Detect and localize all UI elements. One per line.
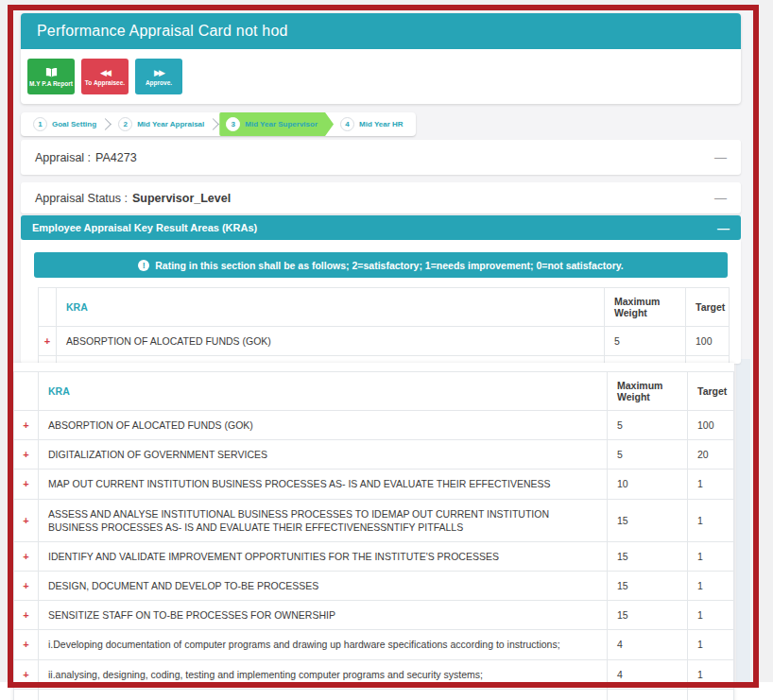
expand-row-icon[interactable]: + [23, 609, 28, 621]
appraisal-status-label: Appraisal Status : [35, 192, 128, 205]
appraisal-value: PA4273 [95, 151, 137, 164]
step-number-badge: 3 [226, 117, 240, 131]
expand-row-icon[interactable]: + [23, 419, 28, 431]
rewind-icon: ◀◀ [100, 68, 110, 77]
max-weight-cell: 4 [608, 630, 688, 659]
kra-main-table: KRA Maximum Weight Target + ABSORPTION O… [13, 371, 734, 700]
kra-section-header[interactable]: Employee Appraisal Key Result Areas (KRA… [21, 215, 741, 240]
expand-row-icon[interactable]: + [23, 669, 28, 680]
max-weight-cell: 15 [608, 541, 688, 571]
kra-table-row: + MAP OUT CURRENT INSTITUTION BUSINESS P… [14, 470, 734, 499]
max-weight-cell: 5 [608, 411, 688, 440]
kra-table-row: + ABSORPTION OF ALOCATED FUNDS (GOK) 5 1… [39, 327, 730, 356]
step-number-badge: 1 [33, 117, 47, 131]
max-weight-column-header: Maximum Weight [608, 372, 688, 411]
to-appraisee-label: To Appraisee. [85, 79, 125, 86]
max-weight-cell: 15 [608, 572, 688, 601]
kra-section-body: ! Rating in this section shall be as fol… [21, 240, 741, 364]
clipped-row [14, 689, 734, 700]
step-label: Mid Year Supervisor [245, 120, 318, 128]
kra-preview-table: KRA Maximum Weight Target + ABSORPTION O… [38, 287, 730, 364]
kra-cell: ABSORPTION OF ALOCATED FUNDS (GOK) [39, 411, 608, 440]
expand-row-icon[interactable]: + [23, 478, 28, 489]
collapse-icon[interactable]: — [714, 151, 727, 163]
target-cell: 1 [688, 601, 734, 630]
wizard-stepper: 1 Goal Setting 2 Mid Year Appraisal 3 Mi… [21, 112, 416, 136]
step-number-badge: 4 [340, 117, 354, 131]
kra-table-row: + ii.analysing, designing, coding, testi… [14, 659, 734, 689]
max-weight-column-header: Maximum Weight [605, 288, 686, 327]
collapse-icon[interactable]: — [714, 192, 727, 204]
max-weight-cell: 15 [608, 601, 688, 630]
kra-table-row: + DESIGN, DOCUMENT AND DEVELOP TO-BE PRO… [14, 572, 734, 601]
kra-column-header[interactable]: KRA [57, 288, 605, 327]
target-cell: 1 [688, 499, 734, 541]
kra-column-header[interactable]: KRA [39, 372, 608, 411]
step-mid-year-hr[interactable]: 4 Mid Year HR [334, 112, 410, 136]
step-label: Mid Year Appraisal [137, 120, 204, 128]
target-cell: 1 [688, 630, 734, 659]
target-column-header: Target [688, 372, 734, 411]
kra-cell: DESIGN, DOCUMENT AND DEVELOP TO-BE PROCE… [39, 572, 608, 601]
appraisal-status-panel: Appraisal Status : Supervisor_Level — [21, 182, 741, 213]
expand-row-icon[interactable]: + [23, 580, 28, 591]
target-cell: 100 [686, 327, 730, 356]
kra-table-header-row: KRA Maximum Weight Target [14, 372, 734, 411]
kra-table-row: + SENSITIZE STAFF ON TO-BE PROCESSES FOR… [14, 601, 734, 630]
expander-column-header [14, 372, 39, 411]
max-weight-cell: 4 [608, 659, 688, 689]
step-goal-setting[interactable]: 1 Goal Setting [26, 112, 103, 136]
header-card: Performance Appraisal Card not hod M.Y P… [21, 13, 741, 104]
target-cell: 1 [688, 659, 734, 689]
kra-cell: ABSORPTION OF ALOCATED FUNDS (GOK) [57, 327, 605, 356]
kra-table-row: + i.Developing documentation of computer… [14, 630, 734, 659]
kra-cell: MAP OUT CURRENT INSTITUTION BUSINESS PRO… [39, 470, 608, 499]
kra-cell: ASSESS AND ANALYSE INSTITUTIONAL BUSINES… [39, 499, 608, 541]
collapse-icon[interactable]: — [717, 222, 730, 234]
kra-section-title: Employee Appraisal Key Result Areas (KRA… [32, 222, 257, 233]
kra-table-row: + IDENTIFY AND VALIDATE IMPROVEMENT OPPO… [14, 541, 734, 571]
expand-row-icon[interactable]: + [23, 449, 28, 460]
page-title-bar: Performance Appraisal Card not hod [21, 13, 741, 49]
kra-table-header-row: KRA Maximum Weight Target [39, 288, 730, 327]
open-book-icon [44, 67, 59, 78]
target-column-header: Target [686, 288, 730, 327]
kra-main-table-panel: KRA Maximum Weight Target + ABSORPTION O… [13, 363, 734, 700]
step-mid-year-appraisal[interactable]: 2 Mid Year Appraisal [112, 112, 211, 136]
kra-cell: SENSITIZE STAFF ON TO-BE PROCESSES FOR O… [39, 601, 608, 630]
my-pa-report-label: M.Y P.A Report [29, 80, 73, 87]
max-weight-cell: 10 [608, 470, 688, 499]
expand-row-icon[interactable]: + [44, 335, 50, 347]
target-cell: 100 [688, 411, 734, 440]
rating-notice: ! Rating in this section shall be as fol… [34, 252, 728, 278]
approve-label: Approve. [146, 79, 172, 86]
appraisal-label: Appraisal : [35, 151, 91, 164]
step-number-badge: 2 [118, 117, 132, 131]
kra-table-row: + ABSORPTION OF ALOCATED FUNDS (GOK) 5 1… [14, 411, 734, 440]
expand-row-icon[interactable]: + [23, 639, 28, 650]
kra-cell: i.Developing documentation of computer p… [39, 630, 608, 659]
fast-forward-icon: ▶▶ [154, 68, 163, 77]
kra-cell: IDENTIFY AND VALIDATE IMPROVEMENT OPPORT… [39, 541, 608, 571]
rating-notice-text: Rating in this section shall be as follo… [155, 260, 624, 271]
target-cell: 1 [688, 541, 734, 571]
step-label: Goal Setting [52, 120, 96, 128]
to-appraisee-button[interactable]: ◀◀ To Appraisee. [81, 59, 129, 94]
approve-button[interactable]: ▶▶ Approve. [135, 59, 182, 94]
kra-cell: DIGITALIZATION OF GOVERNMENT SERVICES [39, 440, 608, 470]
scroll-gutter [736, 359, 750, 682]
kra-cell: ii.analysing, designing, coding, testing… [39, 659, 608, 689]
appraisal-panel: Appraisal : PA4273 — [21, 140, 741, 175]
expander-column-header [39, 288, 57, 327]
appraisal-status-value: Supervisor_Level [132, 192, 231, 205]
expand-row-icon[interactable]: + [23, 551, 28, 562]
max-weight-cell: 5 [605, 327, 686, 356]
page-title: Performance Appraisal Card not hod [37, 23, 288, 40]
my-pa-report-button[interactable]: M.Y P.A Report [27, 59, 75, 94]
max-weight-cell: 15 [608, 499, 688, 541]
max-weight-cell: 5 [608, 440, 688, 470]
expand-row-icon[interactable]: + [23, 515, 28, 526]
target-cell: 20 [688, 440, 734, 470]
step-mid-year-supervisor-active[interactable]: 3 Mid Year Supervisor [219, 112, 334, 136]
toolbar: M.Y P.A Report ◀◀ To Appraisee. ▶▶ Appro… [21, 49, 741, 94]
